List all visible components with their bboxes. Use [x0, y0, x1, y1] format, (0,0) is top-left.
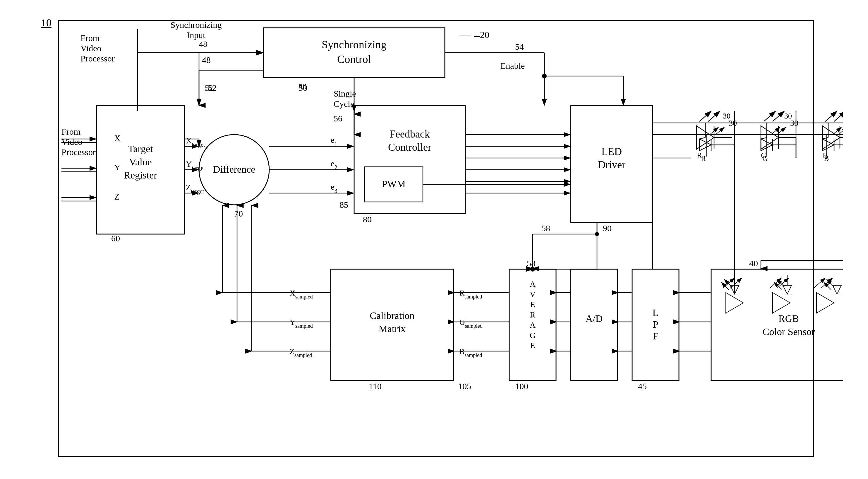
ref-105: 105 [458, 381, 471, 391]
ref-54: 54 [515, 42, 524, 52]
tvr-label-1: Target [128, 143, 153, 154]
svg-line-141 [827, 280, 834, 287]
svg-line-130 [721, 282, 729, 290]
cal-matrix-label-1: Calibration [370, 310, 415, 321]
sync-control-label-1: Synchronizing [321, 38, 386, 51]
ref-70: 70 [234, 209, 243, 218]
e1-label: e1 [331, 135, 337, 147]
y-sampled-label: Ysampled [290, 318, 313, 329]
svg-line-60 [730, 278, 742, 288]
svg-line-116 [838, 127, 843, 135]
e2-label: e2 [331, 159, 337, 170]
rgb-cs-label-1: RGB [778, 313, 799, 324]
avg-a: A [530, 280, 536, 289]
fc-label-2: Controller [388, 141, 431, 153]
svg-line-140 [824, 282, 831, 290]
svg-line-135 [774, 282, 781, 290]
pd-g [773, 293, 790, 313]
avg-g: G [530, 331, 535, 340]
svg-line-50 [825, 111, 837, 121]
from-video-proc-top-3: Processor [81, 54, 115, 63]
ref-48: 48 [202, 55, 211, 65]
single-cycle-1: Single [334, 89, 356, 98]
sync-input-2: Input [187, 30, 206, 40]
svg-line-40 [700, 111, 711, 121]
ref-80: 80 [363, 215, 372, 224]
led-driver-label-2: Driver [598, 159, 625, 170]
sync-control-block [264, 28, 445, 77]
from-left-2: Video [61, 137, 83, 147]
ref-58-label: 58 [541, 223, 550, 233]
ref-20: 20 [480, 30, 489, 40]
from-left-1: From [61, 127, 81, 136]
led-b-symbol [823, 126, 840, 149]
ref-50-label: 50 [299, 82, 307, 91]
ref-110: 110 [369, 381, 382, 391]
avg-r: R [530, 310, 535, 319]
ref-100: 100 [515, 381, 528, 391]
ref-90: 90 [603, 223, 612, 233]
from-video-proc-top-1: From [81, 33, 99, 43]
avg-v: V [530, 290, 535, 299]
enable-label: Enable [500, 61, 525, 70]
svg-line-45 [764, 111, 776, 121]
pd-r [726, 293, 743, 313]
ref-60: 60 [111, 233, 120, 243]
svg-line-62 [770, 278, 781, 288]
svg-line-39 [708, 111, 720, 121]
led-g-text: G [762, 154, 768, 163]
ref-52-label: 52 [205, 84, 213, 92]
cal-matrix-label-2: Matrix [379, 323, 406, 334]
rgb-cs-label-2: Color Sensor [763, 326, 815, 337]
ref-30-ra: 30 [723, 112, 731, 120]
diagram-container: 10 Synchronizing Control 20 From Video P… [23, 12, 843, 468]
led-r-text: R [701, 154, 706, 163]
led-driver-label-1: LED [601, 146, 622, 157]
svg-line-108 [761, 137, 767, 139]
ref-10: 10 [41, 17, 52, 29]
sync-input-1: Synchronizing [170, 20, 222, 30]
svg-marker-112 [823, 139, 834, 151]
ref-58: 58 [527, 258, 535, 268]
r-sampled-label: Rsampled [460, 289, 482, 300]
lpf-l: L [653, 307, 659, 318]
ad-block [571, 269, 618, 380]
svg-line-102 [700, 137, 705, 139]
avg-a2: A [530, 320, 536, 329]
avg-e: E [530, 300, 535, 309]
avg-e2: E [530, 341, 535, 350]
lpf-p: P [653, 319, 658, 330]
e3-label: e3 [331, 182, 337, 194]
sync-control-label-2: Control [337, 53, 371, 65]
ref-48-top: 48 [199, 39, 207, 49]
tvr-label-2: Value [129, 157, 152, 167]
led-g-symbol [761, 126, 778, 149]
ref-30-ga: 30 [784, 112, 792, 120]
ad-label-1: A/D [586, 313, 603, 324]
feedback-controller-block [354, 105, 465, 214]
single-cycle-2: Cycle [334, 99, 354, 108]
z-label: Z [114, 192, 119, 201]
ref-40: 40 [749, 258, 758, 268]
svg-line-65 [813, 278, 825, 288]
ref-45: 45 [638, 381, 647, 391]
from-video-proc-top-2: Video [81, 43, 101, 53]
ref-85: 85 [339, 200, 348, 210]
y-label: Y [114, 162, 121, 172]
svg-line-44 [773, 111, 784, 121]
svg-line-114 [823, 137, 828, 139]
lpf-f: F [653, 331, 658, 342]
z-sampled-label: Zsampled [290, 347, 312, 358]
svg-rect-4 [59, 21, 813, 456]
x-sampled-label: Xsampled [290, 289, 313, 300]
difference-label: Difference [213, 164, 255, 175]
x-label: X [114, 133, 121, 143]
ref-56: 56 [334, 114, 342, 123]
pwm-label: PWM [382, 179, 405, 189]
pd-b [816, 293, 834, 313]
tvr-label-3: Register [124, 170, 157, 181]
b-sampled-label: Bsampled [460, 347, 482, 358]
fc-label-1: Feedback [390, 128, 430, 140]
g-sampled-label: Gsampled [460, 318, 483, 329]
from-left-3: Processor [61, 147, 96, 157]
